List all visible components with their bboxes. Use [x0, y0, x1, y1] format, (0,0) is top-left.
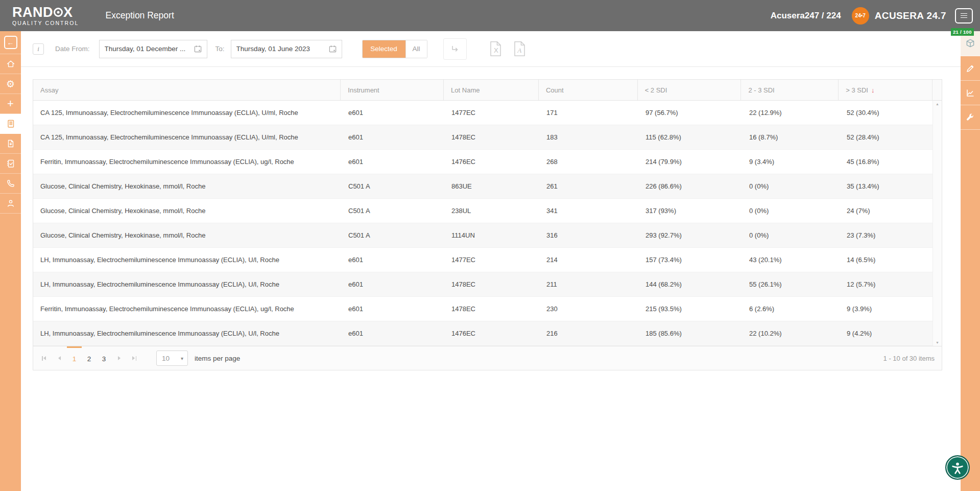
- sidebar-item-home[interactable]: [0, 54, 21, 74]
- account-label: Acusera247 / 224: [771, 11, 841, 21]
- scroll-down-icon[interactable]: ▼: [936, 341, 939, 344]
- cell-count: 230: [539, 297, 638, 321]
- annotate-button[interactable]: [961, 56, 980, 81]
- grid-header-row: Assay Instrument Lot Name Count < 2 SDI …: [33, 80, 942, 101]
- hamburger-menu-button[interactable]: [955, 8, 973, 24]
- scroll-up-icon[interactable]: ▲: [936, 102, 939, 106]
- items-per-page-label: items per page: [195, 355, 240, 362]
- column-header-gt-3-sdi[interactable]: > 3 SDI↓: [839, 80, 933, 100]
- previous-page-button[interactable]: [52, 346, 67, 370]
- logo-subtitle: QUALITY CONTROL: [12, 20, 79, 26]
- table-row[interactable]: LH, Immunoassay, Electrochemiluminescenc…: [33, 272, 942, 297]
- accessibility-person-icon: [950, 460, 965, 475]
- cell-assay: CA 125, Immunoassay, Electrochemilumines…: [33, 101, 341, 125]
- logo-text-after-o: X: [63, 6, 73, 19]
- sidebar-item-reports[interactable]: [0, 114, 21, 134]
- cell-gt-3-sdi: 24 (7%): [840, 199, 934, 223]
- cell-lt-2-sdi: 157 (73.4%): [638, 248, 742, 272]
- page-button-1[interactable]: 1: [67, 346, 82, 370]
- page-button-3[interactable]: 3: [97, 346, 111, 370]
- top-bar: RANDX QUALITY CONTROL Exception Report A…: [0, 0, 980, 31]
- table-row[interactable]: Glucose, Clinical Chemistry, Hexokinase,…: [33, 174, 942, 199]
- first-page-button[interactable]: [36, 346, 52, 370]
- selected-toggle-button[interactable]: Selected: [363, 40, 405, 58]
- charts-button[interactable]: [961, 81, 980, 105]
- cell-lt-2-sdi: 144 (68.2%): [638, 272, 742, 296]
- table-row[interactable]: CA 125, Immunoassay, Electrochemilumines…: [33, 101, 942, 125]
- cell-lt-2-sdi: 226 (86.6%): [638, 174, 742, 198]
- next-page-icon: [118, 356, 121, 360]
- logo-o-icon: [54, 8, 63, 17]
- pencil-icon: [965, 63, 975, 74]
- cell-2-3-sdi: 0 (0%): [742, 223, 840, 247]
- column-header-lot-name[interactable]: Lot Name: [444, 80, 539, 100]
- date-to-value: Thursday, 01 June 2023: [236, 45, 328, 53]
- export-pdf-button[interactable]: A: [513, 41, 527, 57]
- cell-instrument: e601: [341, 101, 444, 125]
- cell-2-3-sdi: 55 (26.1%): [742, 272, 840, 296]
- svg-text:A: A: [517, 46, 522, 54]
- main-content: i Date From: Thursday, 01 December ... T…: [21, 31, 961, 491]
- right-sidebar: [961, 31, 980, 491]
- cell-assay: LH, Immunoassay, Electrochemiluminescenc…: [33, 272, 341, 296]
- logo-wordmark: RANDX: [12, 6, 79, 19]
- checklist-icon: [6, 158, 16, 169]
- column-header-filler: [933, 80, 942, 100]
- sidebar-item-document-download[interactable]: [0, 134, 21, 154]
- table-row[interactable]: Ferritin, Immunoassay, Electrochemilumin…: [33, 297, 942, 321]
- sidebar-item-contact[interactable]: [0, 174, 21, 194]
- tools-button[interactable]: [961, 105, 980, 130]
- cell-lt-2-sdi: 115 (62.8%): [638, 125, 742, 149]
- table-row[interactable]: CA 125, Immunoassay, Electrochemilumines…: [33, 125, 942, 150]
- cell-gt-3-sdi: 9 (4.2%): [840, 321, 934, 345]
- cell-2-3-sdi: 6 (2.6%): [742, 297, 840, 321]
- cell-gt-3-sdi: 45 (16.8%): [840, 150, 934, 174]
- calendar-icon: [194, 44, 202, 53]
- assay-filter-toggle: Selected All: [362, 40, 427, 58]
- table-row[interactable]: Glucose, Clinical Chemistry, Hexokinase,…: [33, 199, 942, 223]
- date-to-input[interactable]: Thursday, 01 June 2023: [231, 40, 342, 58]
- all-toggle-button[interactable]: All: [405, 40, 427, 58]
- column-header-assay[interactable]: Assay: [33, 80, 341, 100]
- cell-2-3-sdi: 0 (0%): [742, 174, 840, 198]
- accessibility-button[interactable]: [945, 455, 970, 480]
- cell-count: 183: [539, 125, 638, 149]
- table-row[interactable]: Glucose, Clinical Chemistry, Hexokinase,…: [33, 223, 942, 248]
- logo-text-before-o: RAND: [12, 6, 53, 19]
- cell-count: 171: [539, 101, 638, 125]
- cell-assay: LH, Immunoassay, Electrochemiluminescenc…: [33, 321, 341, 345]
- cell-lt-2-sdi: 317 (93%): [638, 199, 742, 223]
- cell-lot-name: 1476EC: [444, 321, 539, 345]
- sidebar-item-profile[interactable]: [0, 194, 21, 214]
- info-button[interactable]: i: [33, 43, 44, 55]
- sidebar-item-settings[interactable]: ⚙: [0, 74, 21, 94]
- page-size-dropdown[interactable]: 10 ▾: [156, 350, 188, 366]
- cell-count: 261: [539, 174, 638, 198]
- sidebar-item-back[interactable]: ←: [0, 31, 21, 54]
- column-header-2-3-sdi[interactable]: 2 - 3 SDI: [741, 80, 839, 100]
- sidebar-item-add[interactable]: +: [0, 94, 21, 114]
- sidebar-item-checklist[interactable]: [0, 154, 21, 174]
- table-row[interactable]: LH, Immunoassay, Electrochemiluminescenc…: [33, 321, 942, 346]
- column-header-instrument[interactable]: Instrument: [341, 80, 444, 100]
- cell-count: 341: [539, 199, 638, 223]
- cell-assay: LH, Immunoassay, Electrochemiluminescenc…: [33, 248, 341, 272]
- cell-instrument: C501 A: [341, 223, 444, 247]
- date-from-input[interactable]: Thursday, 01 December ...: [99, 40, 207, 58]
- last-page-button[interactable]: [127, 346, 142, 370]
- exception-report-grid: Assay Instrument Lot Name Count < 2 SDI …: [33, 79, 942, 370]
- randox-logo: RANDX QUALITY CONTROL: [12, 6, 79, 26]
- package-box-icon: [965, 38, 976, 49]
- grid-pager: 1 2 3 10 ▾ items per page 1 - 10 of 30 i…: [33, 346, 942, 370]
- column-header-count[interactable]: Count: [539, 80, 638, 100]
- table-row[interactable]: LH, Immunoassay, Electrochemiluminescenc…: [33, 248, 942, 272]
- table-row[interactable]: Ferritin, Immunoassay, Electrochemilumin…: [33, 150, 942, 174]
- cell-gt-3-sdi: 14 (6.5%): [840, 248, 934, 272]
- export-excel-button[interactable]: X: [489, 41, 503, 57]
- column-header-lt-2-sdi[interactable]: < 2 SDI: [638, 80, 742, 100]
- page-button-2[interactable]: 2: [82, 346, 97, 370]
- grid-vertical-scrollbar[interactable]: ▲ ▼: [933, 101, 942, 346]
- cell-gt-3-sdi: 52 (28.4%): [840, 125, 934, 149]
- next-page-button[interactable]: [111, 346, 127, 370]
- go-to-report-button[interactable]: [443, 38, 467, 60]
